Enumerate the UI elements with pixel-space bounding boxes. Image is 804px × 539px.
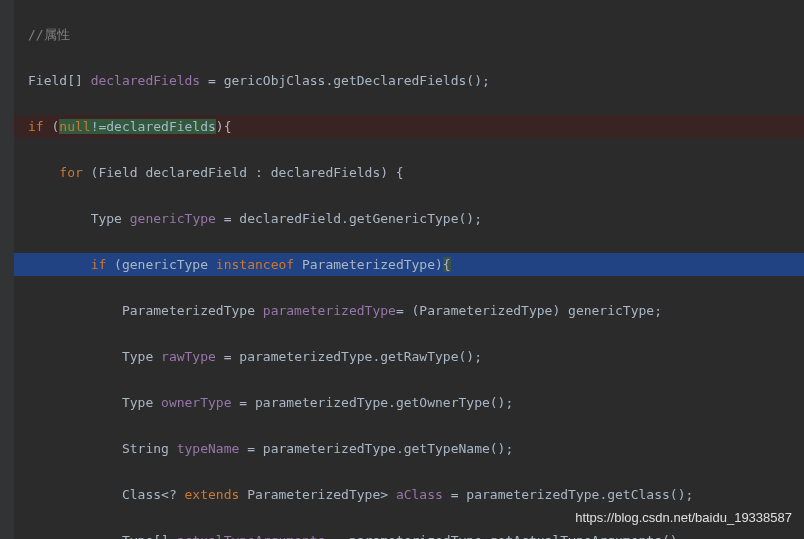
code-line: Type ownerType = parameterizedType.getOw… <box>0 391 804 414</box>
code-line: String typeName = parameterizedType.getT… <box>0 437 804 460</box>
editor-gutter <box>0 0 14 539</box>
code-line: Field[] declaredFields = gericObjClass.g… <box>0 69 804 92</box>
code-line: //属性 <box>0 23 804 46</box>
code-line: ParameterizedType parameterizedType= (Pa… <box>0 299 804 322</box>
code-editor[interactable]: //属性 Field[] declaredFields = gericObjCl… <box>0 0 804 539</box>
comment: //属性 <box>28 27 70 42</box>
code-line: Type rawType = parameterizedType.getRawT… <box>0 345 804 368</box>
code-line: Type genericType = declaredField.getGene… <box>0 207 804 230</box>
code-line: Class<? extends ParameterizedType> aClas… <box>0 483 804 506</box>
code-line: for (Field declaredField : declaredField… <box>0 161 804 184</box>
code-line-error: if (null!=declaredFields){ <box>0 115 804 138</box>
watermark-link: https://blog.csdn.net/baidu_19338587 <box>575 506 792 529</box>
code-line: Type[] actualTypeArguments = parameteriz… <box>0 529 804 539</box>
code-line-selected: if (genericType instanceof Parameterized… <box>0 253 804 276</box>
